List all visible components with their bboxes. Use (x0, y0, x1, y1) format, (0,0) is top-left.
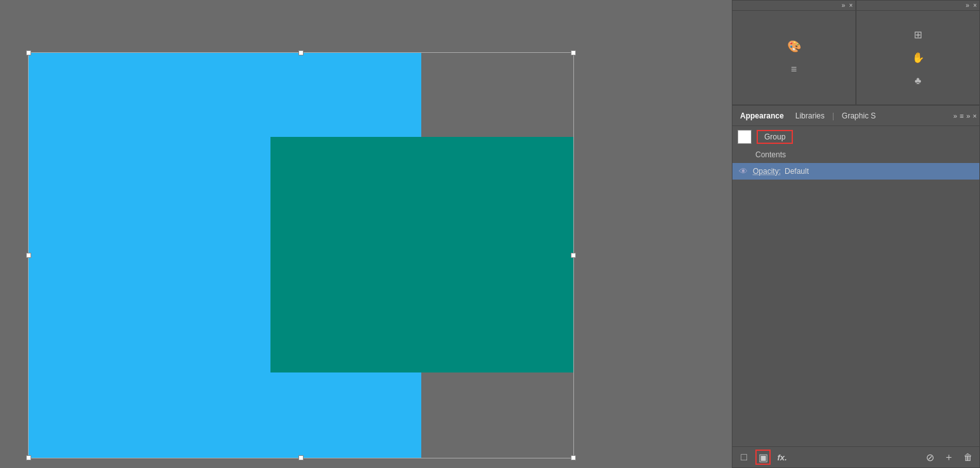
contents-label: Contents (755, 150, 786, 159)
mini-panels-row: » × 🎨 ≡ » × ⊞ ✋ ♣ (732, 0, 980, 105)
mini-panel-2-close[interactable]: × (973, 2, 977, 9)
appearance-panel: Appearance Libraries | Graphic S » ≡ » ×… (732, 105, 980, 468)
tab-graphic-s[interactable]: Graphic S (837, 109, 881, 123)
panel-tabs: Appearance Libraries | Graphic S » ≡ » × (732, 106, 979, 126)
color-wheel-icon[interactable]: 🎨 (785, 38, 803, 55)
tab-separator: | (832, 111, 834, 120)
tabs-menu[interactable]: ≡ (960, 112, 963, 120)
footer-btn-square[interactable]: □ (736, 450, 752, 465)
mini-panel-1-close[interactable]: × (849, 2, 853, 9)
footer-btn-fx[interactable]: fx. (774, 450, 790, 465)
tab-appearance[interactable]: Appearance (735, 109, 789, 123)
footer-btn-no[interactable]: ⊘ (922, 450, 937, 465)
mini-panel-2-body: ⊞ ✋ ♣ (857, 11, 979, 104)
group-row: Group (732, 126, 979, 148)
adjust-icon[interactable]: ≡ (785, 60, 803, 78)
mini-panel-color: » × 🎨 ≡ (732, 0, 856, 105)
right-panels: » × 🎨 ≡ » × ⊞ ✋ ♣ Appearance Li (732, 0, 980, 468)
mini-panel-1-header: » × (732, 1, 855, 11)
opacity-label[interactable]: Opacity: (753, 167, 781, 176)
opacity-value: Default (785, 167, 809, 176)
panel-tabs-extra: » ≡ » × (953, 112, 977, 120)
mini-panel-layers: » × ⊞ ✋ ♣ (856, 0, 980, 105)
mini-panel-1-body: 🎨 ≡ (732, 11, 855, 104)
panel-collapse-btn[interactable]: » (966, 112, 970, 120)
tab-libraries[interactable]: Libraries (790, 109, 830, 123)
mini-panel-2-header: » × (857, 1, 979, 11)
mini-panel-1-collapse[interactable]: » (842, 2, 846, 9)
opacity-row: 👁 Opacity: Default (732, 163, 979, 180)
handle-top-right[interactable] (571, 50, 576, 55)
teal-rectangle (270, 137, 574, 372)
footer-btn-delete[interactable]: 🗑 (960, 450, 976, 465)
footer-btn-add[interactable]: ＋ (941, 450, 956, 465)
mini-panel-2-collapse[interactable]: » (966, 2, 970, 9)
panel-close-btn[interactable]: × (973, 112, 977, 120)
shape-icon[interactable]: ♣ (909, 72, 927, 90)
color-swatch[interactable] (738, 130, 752, 144)
footer-btn-fill[interactable]: ▣ (755, 450, 771, 465)
group-button[interactable]: Group (757, 130, 793, 144)
hand-icon[interactable]: ✋ (909, 49, 927, 67)
tabs-more[interactable]: » (953, 112, 957, 120)
panel-footer: □ ▣ fx. ⊘ ＋ 🗑 (732, 446, 979, 467)
grid-icon[interactable]: ⊞ (909, 26, 927, 44)
eye-icon[interactable]: 👁 (738, 166, 749, 177)
handle-bot-right[interactable] (571, 455, 576, 460)
panel-content: Group Contents 👁 Opacity: Default (732, 126, 979, 446)
contents-row: Contents (732, 148, 979, 162)
